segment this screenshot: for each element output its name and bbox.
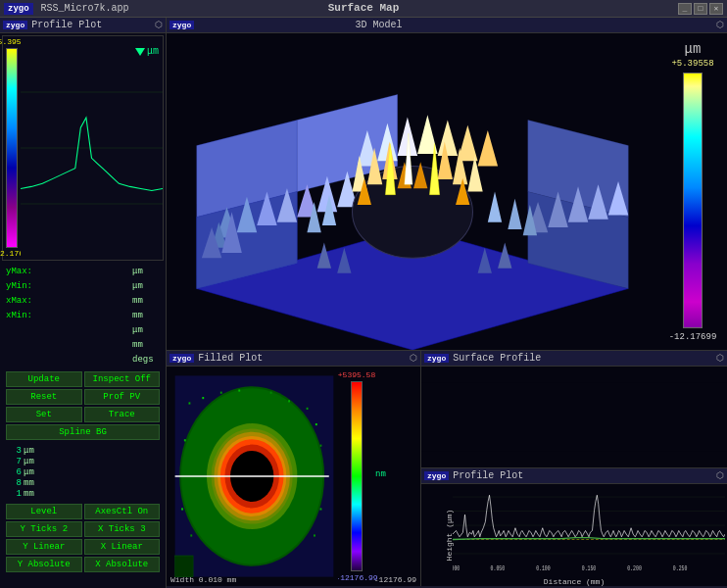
- profile-plot-title: Profile Plot: [31, 20, 102, 30]
- model-scale-unit: μm: [685, 41, 702, 57]
- xmax-row: xMax: mm: [6, 294, 160, 308]
- ymax-unit: μm: [132, 267, 160, 276]
- spline-bg-button[interactable]: Spline BG: [6, 424, 160, 440]
- x-linear-button[interactable]: X Linear: [84, 539, 161, 555]
- surface-profile-chart: [421, 367, 727, 467]
- zygo-logo-left: zygo: [3, 21, 27, 29]
- model-resize-icon[interactable]: ⬡: [716, 20, 724, 30]
- close-button[interactable]: ✕: [709, 3, 723, 15]
- filled-resize-icon[interactable]: ⬡: [410, 353, 417, 364]
- svg-text:0.050: 0.050: [491, 565, 506, 572]
- minimize-button[interactable]: _: [678, 3, 692, 15]
- filled-plot-title: Filled Plot: [198, 353, 263, 364]
- app-title: RSS_Micro7k.app: [41, 3, 129, 14]
- 3d-model-chart: [167, 33, 658, 350]
- profile-chart: [21, 36, 163, 260]
- gradient-bar-left: [6, 48, 18, 248]
- y-linear-button[interactable]: Y Linear: [6, 539, 82, 555]
- profile-bottom-chart: +4.00000 +2.50000 +1.00000 -0.50000 -2.0…: [453, 488, 725, 572]
- meas-unit-5: mm: [24, 489, 51, 499]
- x-ticks-3-button[interactable]: X Ticks 3: [84, 521, 161, 537]
- y-ticks-2-button[interactable]: Y Ticks 2: [6, 521, 82, 537]
- zygo-logo: zygo: [4, 3, 33, 15]
- model-scale-top: +5.39558: [671, 59, 713, 69]
- unit-um: μm: [132, 325, 160, 335]
- zygo-logo-3d: zygo: [170, 21, 194, 29]
- svg-rect-78: [320, 508, 322, 510]
- svg-rect-81: [181, 508, 183, 510]
- ymin-label: yMin:: [6, 281, 41, 291]
- zygo-logo-filled: zygo: [170, 354, 194, 363]
- svg-rect-80: [184, 439, 186, 441]
- svg-rect-76: [315, 423, 317, 425]
- unit-degs-row: degs: [6, 353, 160, 367]
- window-title: Surface Map: [328, 2, 400, 14]
- ymax-label: yMax:: [6, 267, 41, 276]
- x-absolute-button[interactable]: X Absolute: [84, 557, 161, 572]
- meas-val-3: 6: [6, 467, 22, 477]
- trace-button[interactable]: Trace: [84, 407, 161, 422]
- svg-text:0.000: 0.000: [453, 565, 460, 572]
- unit-mm-row: mm: [6, 338, 160, 352]
- svg-rect-85: [453, 488, 725, 572]
- svg-rect-75: [307, 408, 309, 410]
- filled-scale-top-val: +5395.58: [338, 370, 375, 379]
- axes-ctl-button[interactable]: AxesCtl On: [84, 504, 161, 519]
- svg-rect-79: [314, 534, 315, 536]
- filled-width-label: Width 0.010 mm: [170, 575, 236, 584]
- ymax-row: yMax: μm: [6, 265, 160, 278]
- panel-resize-icon[interactable]: ⬡: [155, 20, 163, 30]
- xmax-unit: mm: [132, 296, 160, 306]
- meas-val-1: 3: [6, 446, 22, 456]
- unit-degs: degs: [132, 355, 160, 365]
- svg-text:0.100: 0.100: [536, 565, 551, 572]
- model-3d-title: 3D Model: [355, 20, 402, 30]
- svg-rect-82: [190, 534, 192, 536]
- set-button[interactable]: Set: [6, 407, 82, 422]
- meas-val-4: 8: [6, 478, 22, 488]
- xmin-label: xMin:: [6, 311, 41, 320]
- profile-unit-label: μm: [147, 46, 159, 57]
- filled-nm-unit: nm: [375, 469, 416, 479]
- svg-rect-74: [288, 400, 290, 402]
- zygo-logo-profile-bottom: zygo: [424, 471, 449, 480]
- svg-text:0.250: 0.250: [673, 565, 688, 572]
- svg-rect-83: [175, 556, 193, 577]
- prof-pv-button[interactable]: Prof PV: [84, 389, 161, 405]
- reset-button[interactable]: Reset: [6, 389, 82, 405]
- update-button[interactable]: Update: [6, 371, 82, 387]
- svg-rect-70: [202, 397, 204, 399]
- meas-val-5: 1: [6, 489, 22, 499]
- profile-plot-bottom-title: Profile Plot: [453, 470, 523, 481]
- meas-val-2: 7: [6, 457, 22, 466]
- filled-plot-chart: [170, 370, 338, 582]
- svg-rect-73: [270, 392, 272, 394]
- meas-unit-4: mm: [24, 478, 51, 488]
- profile-y-axis-label: Height (μm): [445, 510, 454, 562]
- inspect-off-button[interactable]: Inspect Off: [84, 371, 161, 387]
- zygo-logo-surface: zygo: [424, 354, 449, 363]
- svg-text:0.150: 0.150: [582, 565, 597, 572]
- profile-bottom-resize-icon[interactable]: ⬡: [716, 470, 724, 481]
- svg-rect-71: [220, 392, 222, 394]
- model-gradient-bar: [683, 73, 703, 328]
- ymin-unit: μm: [132, 281, 160, 291]
- unit-um-row: μm: [6, 323, 160, 337]
- meas-unit-1: μm: [24, 446, 51, 456]
- filled-gradient-bar: [351, 381, 363, 571]
- surface-profile-title: Surface Profile: [453, 353, 541, 364]
- filled-bottom-value: -12176.99: [374, 575, 416, 584]
- maximize-button[interactable]: □: [694, 3, 707, 15]
- ymin-row: yMin: μm: [6, 279, 160, 293]
- svg-rect-69: [188, 402, 190, 404]
- meas-unit-3: μm: [24, 467, 51, 477]
- surface-resize-icon[interactable]: ⬡: [716, 353, 724, 364]
- xmax-label: xMax:: [6, 296, 41, 306]
- xmin-unit: mm: [132, 311, 160, 320]
- model-scale-bottom: -12.17699: [669, 332, 717, 342]
- unit-mm: mm: [132, 340, 160, 350]
- svg-rect-77: [320, 445, 322, 447]
- y-absolute-button[interactable]: Y Absolute: [6, 557, 82, 572]
- level-button[interactable]: Level: [6, 504, 82, 519]
- profile-x-axis-label: Distance (mm): [544, 577, 605, 586]
